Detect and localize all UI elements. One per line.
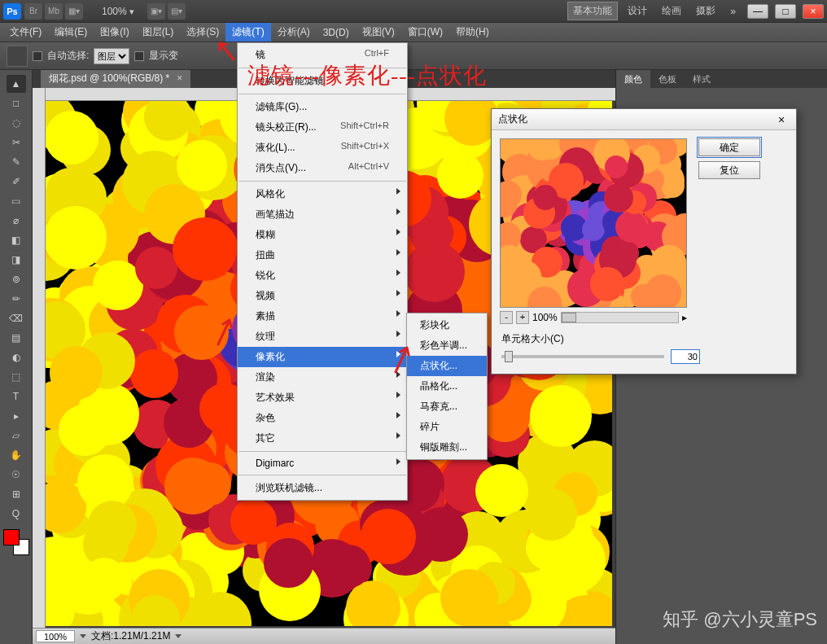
auto-select-label: 自动选择: (47, 49, 89, 63)
tool-22[interactable]: Q (7, 505, 26, 523)
menu-layer[interactable]: 图层(L) (136, 23, 181, 42)
menu-item[interactable]: 液化(L)...Shift+Ctrl+X (238, 138, 407, 158)
zoom-in-button[interactable]: + (516, 311, 529, 324)
arrange-button[interactable]: ▦▾ (65, 3, 83, 20)
tool-12[interactable]: ⌫ (7, 309, 26, 327)
preview-scrollbar[interactable] (561, 312, 679, 323)
menu-3d[interactable]: 3D(D) (317, 24, 356, 41)
submenu-item[interactable]: 点状化... (407, 356, 487, 376)
workspace-photo[interactable]: 摄影 (691, 2, 720, 20)
menu-item[interactable]: 风格化 (238, 184, 407, 204)
zoom-selector[interactable]: 100% ▾ (102, 6, 134, 17)
tool-19[interactable]: ✋ (7, 446, 26, 464)
menu-item[interactable]: 消失点(V)...Alt+Ctrl+V (238, 158, 407, 178)
menu-help[interactable]: 帮助(H) (449, 23, 496, 42)
cell-size-slider[interactable] (501, 355, 664, 358)
tool-20[interactable]: ☉ (7, 466, 26, 484)
tool-9[interactable]: ◨ (7, 251, 26, 269)
menu-file[interactable]: 文件(F) (3, 23, 48, 42)
cell-size-input[interactable] (671, 349, 700, 364)
workspace-design[interactable]: 设计 (623, 2, 652, 20)
menu-item[interactable]: 杂色 (238, 408, 407, 428)
tool-17[interactable]: ▸ (7, 407, 26, 425)
menu-item[interactable]: 纹理 (238, 326, 407, 347)
close-button[interactable]: × (803, 4, 824, 19)
tool-21[interactable]: ⊞ (7, 485, 26, 503)
tool-15[interactable]: ⬚ (7, 368, 26, 386)
tool-11[interactable]: ✏ (7, 290, 26, 308)
document-tab[interactable]: 烟花.psd @ 100%(RGB/8) * × (41, 70, 190, 88)
panel-tab-swatches[interactable]: 色板 (650, 70, 685, 88)
minimize-button[interactable]: — (747, 4, 768, 19)
submenu-item[interactable]: 马赛克... (407, 396, 487, 417)
menu-item[interactable]: 锐化 (238, 265, 407, 286)
submenu-item[interactable]: 碎片 (407, 417, 487, 437)
menu-item[interactable]: 镜头校正(R)...Shift+Ctrl+R (238, 117, 407, 138)
tool-8[interactable]: ◧ (7, 231, 26, 249)
tool-16[interactable]: T (7, 388, 26, 405)
menu-item[interactable]: 其它 (238, 428, 407, 449)
menu-item[interactable]: 渲染 (238, 367, 407, 388)
menu-view[interactable]: 视图(V) (356, 23, 401, 42)
menu-item[interactable]: 模糊 (238, 225, 407, 245)
fg-swatch[interactable] (3, 529, 20, 545)
menu-item[interactable]: 扭曲 (238, 245, 407, 265)
menu-analysis[interactable]: 分析(A) (271, 23, 317, 42)
menu-item[interactable]: 素描 (238, 306, 407, 326)
tool-13[interactable]: ▤ (7, 329, 26, 347)
workspace-more[interactable]: » (725, 4, 741, 19)
auto-select-checkbox[interactable] (33, 51, 42, 61)
menu-item[interactable]: 像素化 (238, 347, 407, 367)
menu-item[interactable]: 视频 (238, 286, 407, 306)
ps-logo-icon: Ps (3, 3, 21, 20)
tab-close-icon[interactable]: × (177, 72, 182, 84)
zoom-out-button[interactable]: - (500, 311, 513, 324)
menu-item[interactable]: 滤镜库(G)... (238, 97, 407, 117)
menu-item[interactable]: 画笔描边 (238, 204, 407, 225)
tool-6[interactable]: ▭ (7, 192, 26, 210)
bridge-button[interactable]: Br (24, 3, 42, 20)
tool-2[interactable]: ◌ (7, 114, 26, 132)
menu-item[interactable]: 艺术效果 (238, 388, 407, 408)
screenmode-button[interactable]: ▣▾ (147, 3, 165, 20)
zoom-input[interactable] (36, 630, 75, 642)
tool-4[interactable]: ✎ (7, 153, 26, 171)
dialog-titlebar[interactable]: 点状化 × (492, 109, 796, 130)
maximize-button[interactable]: □ (775, 4, 796, 19)
tool-14[interactable]: ◐ (7, 348, 26, 366)
doc-info-dropdown-icon[interactable] (175, 634, 182, 638)
color-swatches[interactable] (3, 529, 29, 555)
status-bar: 文档:1.21M/1.21M (33, 628, 615, 644)
move-tool-icon (7, 46, 28, 67)
submenu-item[interactable]: 彩块化 (407, 315, 487, 335)
ok-button[interactable]: 确定 (698, 138, 760, 156)
auto-select-target[interactable]: 图层 (94, 48, 129, 64)
menu-item[interactable]: 浏览联机滤镜... (238, 478, 407, 498)
menu-image[interactable]: 图像(I) (94, 23, 135, 42)
tool-18[interactable]: ▱ (7, 427, 26, 445)
tool-3[interactable]: ✂ (7, 134, 26, 151)
extras-button[interactable]: ▤▾ (168, 3, 186, 20)
cancel-button[interactable]: 复位 (698, 161, 760, 179)
workspace-basic[interactable]: 基本功能 (567, 2, 618, 20)
submenu-item[interactable]: 晶格化... (407, 376, 487, 396)
show-transform-checkbox[interactable] (134, 51, 144, 61)
dialog-preview[interactable] (500, 138, 687, 308)
tool-0[interactable]: ▲ (7, 75, 26, 93)
tool-7[interactable]: ⌀ (7, 212, 26, 230)
tool-1[interactable]: □ (7, 94, 26, 112)
tool-10[interactable]: ⊚ (7, 270, 26, 288)
tool-5[interactable]: ✐ (7, 173, 26, 191)
submenu-item[interactable]: 彩色半调... (407, 335, 487, 356)
minibridge-button[interactable]: Mb (45, 3, 63, 20)
menu-window[interactable]: 窗口(W) (401, 23, 449, 42)
panel-tab-styles[interactable]: 样式 (685, 70, 719, 88)
menu-edit[interactable]: 编辑(E) (48, 23, 94, 42)
dialog-close-icon[interactable]: × (773, 113, 790, 126)
dialog-title: 点状化 (498, 112, 527, 126)
submenu-item[interactable]: 铜版雕刻... (407, 437, 487, 458)
workspace-paint[interactable]: 绘画 (657, 2, 686, 20)
menu-item[interactable]: Digimarc (238, 454, 407, 472)
zoom-dropdown-icon[interactable] (80, 634, 86, 638)
panel-tab-color[interactable]: 颜色 (616, 70, 650, 88)
